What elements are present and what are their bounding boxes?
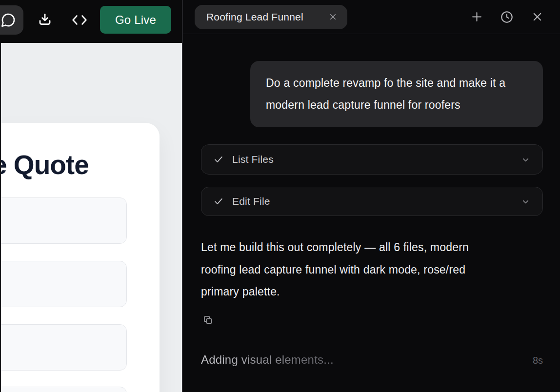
tool-call-edit-file[interactable]: Edit File bbox=[201, 187, 543, 216]
copy-icon bbox=[202, 314, 214, 326]
plus-icon bbox=[470, 10, 483, 23]
tab-close-icon[interactable] bbox=[328, 12, 338, 21]
close-panel-button[interactable] bbox=[530, 10, 544, 24]
tool-call-label: Edit File bbox=[232, 196, 270, 207]
panel-header-actions bbox=[470, 10, 544, 24]
chat-panel-header: Roofing Lead Funnel bbox=[183, 0, 560, 34]
clock-icon bbox=[500, 10, 514, 24]
chevron-down-icon bbox=[520, 196, 531, 207]
tool-call-list-files[interactable]: List Files bbox=[201, 144, 543, 175]
user-message: Do a complete revamp fo the site and mak… bbox=[250, 61, 543, 127]
new-chat-button[interactable] bbox=[470, 10, 483, 24]
status-text: Adding visual elements... bbox=[201, 353, 334, 367]
go-live-button[interactable]: Go Live bbox=[100, 6, 171, 34]
status-elapsed-time: 8s bbox=[533, 355, 543, 366]
chat-conversation: Do a complete revamp fo the site and mak… bbox=[183, 61, 560, 367]
quote-form-field[interactable] bbox=[0, 197, 127, 244]
download-icon bbox=[37, 12, 53, 27]
code-icon bbox=[70, 13, 89, 27]
chat-tab[interactable]: Roofing Lead Funnel bbox=[195, 5, 347, 29]
tool-call-label: List Files bbox=[232, 154, 274, 165]
chat-tab-title: Roofing Lead Funnel bbox=[206, 11, 303, 23]
history-button[interactable] bbox=[500, 10, 514, 24]
generation-status-row: Adding visual elements... 8s bbox=[201, 353, 543, 367]
code-view-button[interactable] bbox=[69, 13, 90, 27]
check-icon bbox=[213, 154, 224, 165]
site-preview-canvas: e Quote bbox=[0, 43, 182, 392]
chevron-down-icon bbox=[520, 155, 531, 165]
chat-panel: Roofing Lead Funnel bbox=[182, 0, 560, 392]
download-button[interactable] bbox=[36, 11, 54, 28]
quote-heading: e Quote bbox=[0, 149, 89, 180]
chat-toggle-button[interactable] bbox=[0, 5, 23, 35]
copy-message-button[interactable] bbox=[201, 313, 216, 328]
close-icon bbox=[531, 11, 543, 23]
assistant-message: Let me build this out completely — all 6… bbox=[201, 236, 489, 303]
quote-form-field[interactable] bbox=[0, 387, 127, 392]
chat-bubble-icon bbox=[0, 12, 16, 28]
quote-form-field[interactable] bbox=[0, 324, 127, 371]
check-icon bbox=[213, 196, 224, 207]
editor-topbar: Go Live bbox=[0, 0, 182, 43]
quote-form-field[interactable] bbox=[0, 261, 127, 307]
site-preview-region: Go Live e Quote bbox=[0, 0, 182, 392]
